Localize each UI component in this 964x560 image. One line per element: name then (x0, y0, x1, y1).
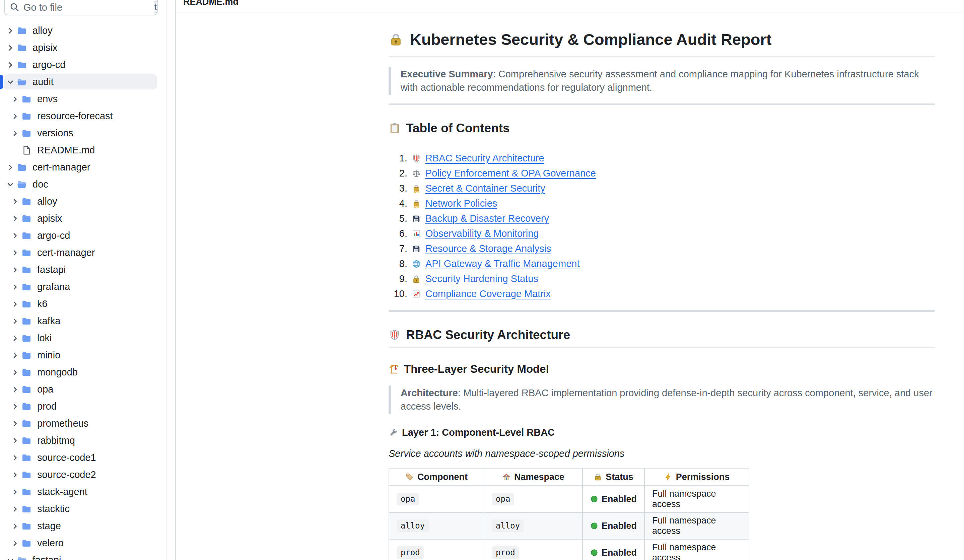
chevron-right-icon[interactable] (11, 437, 19, 445)
folder-icon (21, 94, 31, 104)
go-to-file-search[interactable]: t (4, 0, 158, 15)
chevron-right-icon[interactable] (11, 112, 19, 120)
tree-item-cert-manager[interactable]: cert-manager (0, 244, 166, 261)
chevron-right-icon[interactable] (11, 522, 19, 530)
tree-item-loki[interactable]: loki (0, 330, 166, 347)
lock-key-icon (412, 199, 421, 208)
chevron-right-icon[interactable] (11, 283, 19, 291)
chevron-right-icon[interactable] (11, 471, 19, 479)
tree-item-fastapi[interactable]: fastapi (0, 261, 166, 278)
toc-item: 2.Policy Enforcement & OPA Governance (391, 166, 935, 181)
chevron-right-icon[interactable] (11, 249, 19, 257)
tree-item-kafka[interactable]: kafka (0, 313, 166, 330)
tree-item-stage[interactable]: stage (0, 518, 166, 534)
tree-item-label: prod (37, 401, 57, 412)
toc-item: 9.Security Hardening Status (391, 271, 935, 287)
toc-link-observability-monitoring[interactable]: Observability & Monitoring (425, 228, 539, 239)
tree-item-audit[interactable]: audit (0, 73, 166, 90)
chevron-right-icon[interactable] (11, 215, 19, 223)
chevron-right-icon[interactable] (11, 488, 19, 496)
tree-item-stack-agent[interactable]: stack-agent (0, 483, 166, 500)
shield-icon (389, 329, 401, 341)
tree-item-doc[interactable]: doc (0, 176, 166, 193)
chevron-right-icon[interactable] (11, 317, 19, 325)
tree-item-readme-md[interactable]: README.md (0, 142, 166, 159)
tree-item-minio[interactable]: minio (0, 347, 166, 364)
tree-item-alloy[interactable]: alloy (0, 193, 166, 210)
tree-item-cert-manager[interactable]: cert-manager (0, 159, 166, 176)
toc-link-rbac-security-architecture[interactable]: RBAC Security Architecture (425, 153, 544, 164)
folder-open-icon (17, 555, 27, 560)
chevron-right-icon[interactable] (7, 163, 15, 171)
chevron-right-icon[interactable] (11, 266, 19, 274)
toc-link-backup-disaster-recovery[interactable]: Backup & Disaster Recovery (425, 213, 549, 224)
tree-item-prod[interactable]: prod (0, 398, 166, 415)
tree-item-label: cert-manager (37, 247, 95, 258)
toc-link-security-hardening-status[interactable]: Security Hardening Status (425, 273, 538, 284)
chevron-right-icon[interactable] (11, 129, 19, 137)
toc-link-network-policies[interactable]: Network Policies (425, 198, 497, 209)
search-input[interactable] (23, 0, 150, 13)
tree-item-source-code2[interactable]: source-code2 (0, 466, 166, 483)
chevron-right-icon[interactable] (11, 198, 19, 206)
folder-icon (21, 316, 31, 326)
folder-icon (21, 487, 31, 497)
tree-item-label: envs (37, 93, 58, 104)
chevron-right-icon[interactable] (11, 539, 19, 547)
tree-item-apisix[interactable]: apisix (0, 39, 166, 56)
chevron-right-icon[interactable] (7, 44, 15, 52)
tree-item-source-code1[interactable]: source-code1 (0, 449, 166, 466)
architecture-blockquote: Architecture: Multi-layered RBAC impleme… (389, 386, 935, 413)
toc-link-api-gateway-traffic-management[interactable]: API Gateway & Traffic Management (425, 258, 580, 269)
tree-item-apisix[interactable]: apisix (0, 210, 166, 227)
chevron-right-icon[interactable] (11, 352, 19, 360)
chevron-right-icon[interactable] (7, 27, 15, 35)
file-tree: alloyapisixargo-cdauditenvsresource-fore… (0, 22, 166, 560)
toc-link-secret-container-security[interactable]: Secret & Container Security (425, 183, 545, 194)
tree-item-label: grafana (37, 282, 70, 292)
tree-item-mongodb[interactable]: mongodb (0, 364, 166, 381)
toc-item-number: 8. (391, 258, 407, 269)
tree-item-k6[interactable]: k6 (0, 295, 166, 313)
chevron-down-icon[interactable] (7, 181, 15, 189)
tree-item-versions[interactable]: versions (0, 125, 166, 142)
chevron-right-icon[interactable] (11, 402, 19, 410)
chevron-right-icon[interactable] (11, 232, 19, 240)
chevron-right-icon[interactable] (11, 386, 19, 394)
tree-item-resource-forecast[interactable]: resource-forecast (0, 107, 166, 125)
chevron-right-icon[interactable] (11, 420, 19, 428)
tree-item-argo-cd[interactable]: argo-cd (0, 56, 166, 73)
chevron-right-icon[interactable] (11, 505, 19, 513)
toc-link-resource-storage-analysis[interactable]: Resource & Storage Analysis (425, 243, 551, 254)
chevron-down-icon[interactable] (7, 556, 15, 560)
tree-item-rabbitmq[interactable]: rabbitmq (0, 432, 166, 449)
folder-icon (21, 248, 31, 258)
chevron-down-icon[interactable] (7, 78, 15, 86)
chevron-right-icon[interactable] (11, 368, 19, 376)
tree-item-alloy[interactable]: alloy (0, 22, 166, 39)
chevron-right-icon[interactable] (11, 95, 19, 103)
toc-link-policy-enforcement-opa-governance[interactable]: Policy Enforcement & OPA Governance (425, 168, 596, 179)
chevron-right-icon[interactable] (11, 300, 19, 308)
permissions-cell: Full namespace access (645, 539, 749, 560)
table-row: prodprodEnabledFull namespace access (389, 539, 749, 560)
status-badge: Enabled (590, 494, 637, 505)
tree-item-envs[interactable]: envs (0, 90, 166, 107)
tree-item-label: versions (37, 128, 73, 138)
tree-item-argo-cd[interactable]: argo-cd (0, 227, 166, 244)
lock-icon (412, 274, 421, 284)
chevron-right-icon[interactable] (11, 334, 19, 342)
tree-item-opa[interactable]: opa (0, 381, 166, 398)
tree-item-grafana[interactable]: grafana (0, 278, 166, 295)
chevron-right-icon[interactable] (7, 61, 15, 69)
chevron-right-icon[interactable] (11, 454, 19, 462)
executive-summary-lead: Executive Summary (401, 68, 493, 80)
tree-item-prometheus[interactable]: prometheus (0, 415, 166, 432)
toc-link-compliance-coverage-matrix[interactable]: Compliance Coverage Matrix (425, 288, 550, 300)
tree-item-stacktic[interactable]: stacktic (0, 500, 166, 518)
file-tree-sidebar: t alloyapisixargo-cdauditenvsresource-fo… (0, 0, 166, 560)
tree-item-fastapi[interactable]: fastapi (0, 552, 166, 560)
tree-item-velero[interactable]: velero (0, 534, 166, 552)
tree-item-label: resource-forecast (37, 111, 113, 122)
toc-item-number: 3. (391, 183, 407, 194)
